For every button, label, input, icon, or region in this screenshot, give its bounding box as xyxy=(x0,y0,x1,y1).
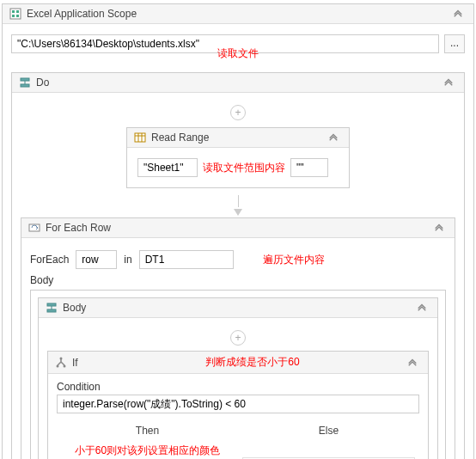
branch-icon xyxy=(55,357,67,369)
collection-input[interactable] xyxy=(139,250,234,269)
foreach-label: ForEach xyxy=(30,254,69,266)
annotation-read-range: 读取文件范围内容 xyxy=(203,161,285,175)
then-branch[interactable]: Then 小于60则对该列设置相应的颜色 xyxy=(57,420,238,459)
collapse-icon[interactable] xyxy=(434,223,448,233)
sequence-icon xyxy=(46,302,58,314)
condition-label: Condition xyxy=(57,381,419,393)
svg-rect-4 xyxy=(16,15,19,17)
body-sequence[interactable]: Body + xyxy=(38,297,438,459)
collapse-icon[interactable] xyxy=(407,358,421,368)
activity-title: Do xyxy=(36,76,443,89)
else-branch[interactable]: Else Drop activity here xyxy=(238,420,419,459)
table-icon xyxy=(134,132,146,144)
loop-icon xyxy=(28,222,40,234)
annotation-judge: 判断成绩是否小于60 xyxy=(205,355,299,370)
add-activity-button[interactable]: + xyxy=(230,105,246,120)
svg-point-18 xyxy=(64,364,66,367)
body-label: Body xyxy=(30,274,446,286)
svg-point-17 xyxy=(57,364,59,367)
svg-rect-8 xyxy=(135,133,145,142)
then-label: Then xyxy=(61,421,234,440)
svg-point-16 xyxy=(60,357,63,359)
activity-header[interactable]: Body xyxy=(39,298,437,318)
activity-title: Body xyxy=(63,302,417,314)
annotation-iterate: 遍历文件内容 xyxy=(263,253,325,267)
collapse-icon[interactable] xyxy=(417,303,430,313)
collapse-icon[interactable] xyxy=(443,77,457,88)
activity-header[interactable]: Do xyxy=(12,73,464,93)
svg-rect-13 xyxy=(47,303,56,306)
activity-header[interactable]: For Each Row xyxy=(21,218,455,238)
activity-title: Read Range xyxy=(151,132,328,144)
sequence-icon xyxy=(19,76,31,89)
activity-header[interactable]: If 判断成绩是否小于60 xyxy=(48,352,428,374)
add-activity-button[interactable]: + xyxy=(230,330,246,346)
svg-rect-14 xyxy=(47,309,56,312)
connector-line xyxy=(238,195,239,207)
activity-header[interactable]: Read Range xyxy=(127,128,349,148)
condition-input[interactable] xyxy=(57,395,419,413)
if-activity[interactable]: If 判断成绩是否小于60 xyxy=(47,351,429,459)
sheet-name-input[interactable] xyxy=(137,158,198,177)
collapse-icon[interactable] xyxy=(328,132,342,143)
activity-title: If xyxy=(72,357,180,369)
svg-rect-2 xyxy=(16,10,19,13)
do-sequence[interactable]: Do + Read Range xyxy=(11,72,465,459)
svg-rect-6 xyxy=(21,84,29,87)
loop-variable-input[interactable] xyxy=(76,250,117,269)
annotation-read-file: 读取文件 xyxy=(217,46,259,61)
svg-rect-3 xyxy=(12,15,15,17)
activity-header[interactable]: Excel Application Scope xyxy=(3,4,473,24)
browse-button[interactable]: ... xyxy=(444,34,465,53)
in-label: in xyxy=(124,254,131,266)
svg-rect-1 xyxy=(12,10,15,13)
svg-rect-0 xyxy=(10,9,21,19)
read-range-activity[interactable]: Read Range 读取文件范围内容 xyxy=(126,127,350,188)
else-label: Else xyxy=(242,421,415,440)
activity-title: Excel Application Scope xyxy=(27,8,453,20)
excel-icon xyxy=(9,8,21,20)
for-each-row-activity[interactable]: For Each Row ForEach in 遍历文件内容 xyxy=(21,217,455,459)
collapse-icon[interactable] xyxy=(453,9,467,19)
annotation-set-color: 小于60则对该列设置相应的颜色 xyxy=(61,444,234,458)
svg-rect-5 xyxy=(21,78,29,81)
activity-title: For Each Row xyxy=(46,222,434,234)
arrow-down-icon xyxy=(234,209,242,216)
excel-application-scope[interactable]: Excel Application Scope ... 读取文件 Do xyxy=(2,3,474,459)
range-input[interactable] xyxy=(290,158,328,177)
